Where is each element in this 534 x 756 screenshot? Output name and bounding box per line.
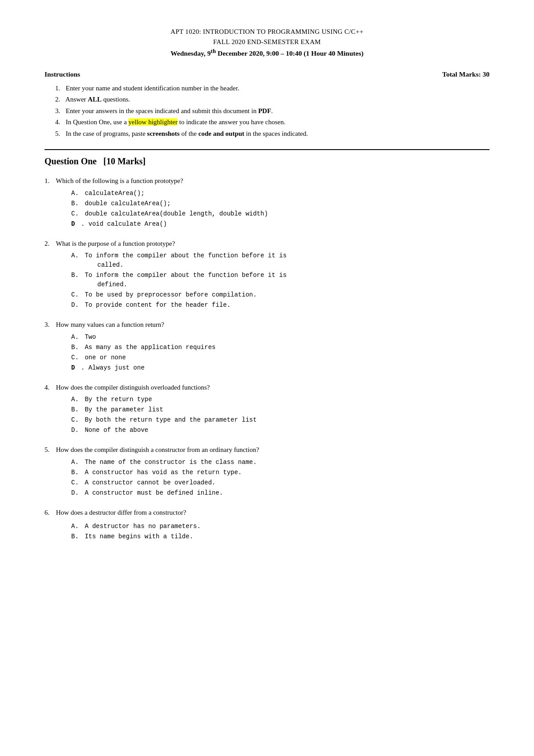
- question-1: 1. Which of the following is a function …: [44, 176, 490, 229]
- question-1-answers: A. calculateArea(); B. double calculateA…: [71, 189, 490, 229]
- answer-4b: B. By the parameter list: [71, 405, 490, 415]
- instructions-section: Instructions Total Marks: 30: [44, 69, 490, 79]
- answer-1c: C. double calculateArea(double length, d…: [71, 209, 490, 219]
- answer-4d: D. None of the above: [71, 426, 490, 435]
- instruction-1: 1. Enter your name and student identific…: [55, 83, 490, 93]
- question-one-label: Question One: [44, 156, 97, 166]
- answer-1b: B. double calculateArea();: [71, 199, 490, 208]
- instructions-list: 1. Enter your name and student identific…: [55, 83, 490, 139]
- answer-5b: B. A constructor has void as the return …: [71, 468, 490, 477]
- answer-3b: B. As many as the application requires: [71, 343, 490, 352]
- answer-6b: B. Its name begins with a tilde.: [71, 532, 490, 541]
- answer-5c: C. A constructor cannot be overloaded.: [71, 478, 490, 488]
- answer-6a: A. A destructor has no parameters.: [71, 522, 490, 531]
- answer-5a: A. The name of the constructor is the cl…: [71, 458, 490, 467]
- exam-date: Wednesday, 9th December 2020, 9:00 – 10:…: [44, 47, 490, 58]
- date-post: December 2020, 9:00 – 10:40 (1 Hour 40 M…: [216, 49, 364, 57]
- exam-title: FALL 2020 END-SEMESTER EXAM: [44, 37, 490, 47]
- question-6: 6. How does a destructor differ from a c…: [44, 508, 490, 542]
- answer-5d: D. A constructor must be defined inline.: [71, 488, 490, 498]
- answer-3a: A. Two: [71, 333, 490, 342]
- question-4-answers: A. By the return type B. By the paramete…: [71, 395, 490, 435]
- question-4: 4. How does the compiler distinguish ove…: [44, 382, 490, 435]
- question-6-answers: A. A destructor has no parameters. B. It…: [71, 522, 490, 541]
- question-5-answers: A. The name of the constructor is the cl…: [71, 458, 490, 498]
- answer-4c: C. By both the return type and the param…: [71, 415, 490, 425]
- answer-4a: A. By the return type: [71, 395, 490, 404]
- answer-2d: D. To provide content for the header fil…: [71, 301, 490, 310]
- answer-1a: A. calculateArea();: [71, 189, 490, 198]
- instruction-4: 4. In Question One, use a yellow highlig…: [55, 117, 490, 127]
- highlight-text: yellow highlighter: [129, 118, 178, 126]
- question-one-marks: [10 Marks]: [103, 156, 146, 166]
- question-6-text: 6. How does a destructor differ from a c…: [44, 508, 490, 518]
- instruction-2: 2. Answer ALL questions.: [55, 94, 490, 105]
- date-sup: th: [211, 48, 216, 54]
- answer-3d: D. Always just one: [71, 363, 490, 373]
- answer-2c: C. To be used by preprocessor before com…: [71, 290, 490, 300]
- question-4-text: 4. How does the compiler distinguish ove…: [44, 382, 490, 393]
- total-marks: Total Marks: 30: [442, 69, 490, 79]
- date-pre: Wednesday, 9: [170, 49, 210, 57]
- answer-2a: A. To inform the compiler about the func…: [71, 251, 490, 270]
- answer-1d: D. void calculate Area(): [71, 219, 490, 229]
- question-1-text: 1. Which of the following is a function …: [44, 176, 490, 186]
- instructions-heading: Instructions: [44, 69, 80, 79]
- question-3-text: 3. How many values can a function return…: [44, 320, 490, 330]
- question-5-text: 5. How does the compiler distinguish a c…: [44, 445, 490, 455]
- question-2: 2. What is the purpose of a function pro…: [44, 239, 490, 310]
- question-2-answers: A. To inform the compiler about the func…: [71, 251, 490, 310]
- course-title: APT 1020: INTRODUCTION TO PROGRAMMING US…: [44, 27, 490, 37]
- question-one-header: Question One [10 Marks]: [44, 149, 490, 168]
- questions-list: 1. Which of the following is a function …: [44, 176, 490, 541]
- answer-2b: B. To inform the compiler about the func…: [71, 271, 490, 289]
- document-header: APT 1020: INTRODUCTION TO PROGRAMMING US…: [44, 27, 490, 58]
- question-3: 3. How many values can a function return…: [44, 320, 490, 373]
- instruction-3: 3. Enter your answers in the spaces indi…: [55, 106, 490, 116]
- answer-3c: C. one or none: [71, 353, 490, 362]
- question-2-text: 2. What is the purpose of a function pro…: [44, 239, 490, 249]
- instruction-5: 5. In the case of programs, paste screen…: [55, 129, 490, 139]
- question-5: 5. How does the compiler distinguish a c…: [44, 445, 490, 498]
- question-3-answers: A. Two B. As many as the application req…: [71, 333, 490, 373]
